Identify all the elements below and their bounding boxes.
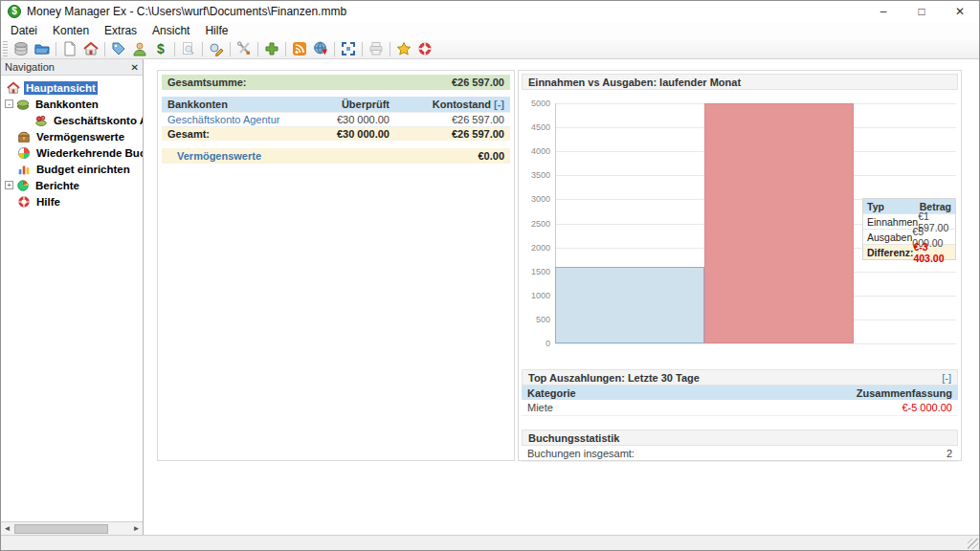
toolbar-separator [104,42,105,56]
y-axis-tick-label: 4000 [522,146,550,156]
resize-grip-icon[interactable] [968,539,978,549]
sidebar-item-label: Berichte [33,179,81,192]
statistics-header: Buchungsstatistik [522,430,958,446]
expenses-label: Ausgaben [867,231,912,243]
sidebar-item-wiederkehrende-buchungen[interactable]: Wiederkehrende Buchungen [1,144,143,161]
print-icon[interactable] [366,40,387,57]
y-axis-tick-label: 5000 [522,99,550,108]
collapse-accounts-link[interactable]: [-] [494,99,504,110]
statistics-title: Buchungsstatistik [528,432,619,444]
scroll-left-icon[interactable]: ◄ [1,524,13,533]
toolbar-separator [285,42,286,56]
account-link[interactable]: Geschäftskonto Agentur [167,114,279,125]
income-expenses-table: Typ Betrag Einnahmen €1 597.00 Ausgaben [862,198,956,260]
column-bankkonten: Bankkonten [167,99,284,110]
income-expenses-header: Einnahmen vs Ausgaben: laufender Monat [522,74,958,90]
new-file-icon[interactable] [59,40,80,57]
y-axis-tick-label: 3000 [522,194,550,204]
sidebar-item-label: Hauptansicht [24,81,98,95]
accounts-total-label: Gesamt: [167,128,284,140]
sidebar-item-label: Wiederkehrende Buchungen [34,146,143,160]
y-axis-tick-label: 1000 [522,291,550,300]
transactions-total-value: 2 [947,448,952,459]
scrollbar-thumb[interactable] [14,524,108,534]
help-icon [17,195,31,209]
menu-item-hilfe[interactable]: Hilfe [197,24,235,37]
y-axis-tick-label: 3500 [522,170,550,180]
menu-item-datei[interactable]: Datei [3,24,45,37]
fullscreen-icon[interactable] [338,40,359,57]
navigation-horizontal-scrollbar[interactable]: ◄ ► [1,521,143,535]
sidebar-item-geschäftskonto-agentur[interactable]: Geschäftskonto Agentur [1,112,143,128]
app-window: $ Money Manager Ex - C:\Users\wurf\Docum… [0,0,980,551]
dashboard-content: Gesamtsumme: €26 597.00 Bankkonten Überp… [144,59,979,535]
toolbar-separator [257,42,258,56]
menu-item-extras[interactable]: Extras [97,24,145,37]
web-download-icon[interactable] [310,40,331,57]
sidebar-item-label: Budget einrichten [34,163,132,176]
account-icon [34,114,48,127]
status-bar [1,535,979,550]
sidebar-item-hilfe[interactable]: Hilfe [1,193,143,209]
top-withdrawals-header: Top Auszahlungen: Letzte 30 Tage [-] [522,369,958,386]
column-typ: Typ [867,201,884,212]
navigation-tree: Hauptansicht-BankkontenGeschäftskonto Ag… [1,76,143,521]
account-row: Geschäftskonto Agentur €30 000.00 €26 59… [162,112,510,126]
sidebar-item-vermögenswerte[interactable]: Vermögenswerte [1,128,143,144]
favorites-icon[interactable] [393,40,414,57]
statistics-row: Buchungen insgesamt: 2 [522,446,958,462]
navigation-panel: Navigation ✕ Hauptansicht-BankkontenGesc… [1,59,144,535]
tag-icon[interactable] [108,40,129,57]
withdrawal-row: Miete €-5 000.00 [522,400,958,416]
add-icon[interactable] [261,40,282,57]
sidebar-item-label: Bankkonten [33,98,100,111]
withdrawals-columns-row: Kategorie Zusammenfassung [522,386,958,400]
collapse-withdrawals-link[interactable]: [-] [942,372,951,384]
search-icon[interactable] [178,40,199,57]
y-axis-tick-label: 500 [522,315,550,324]
toolbar: $ [1,39,979,59]
scroll-right-icon[interactable]: ► [130,524,143,533]
minimize-button[interactable]: – [864,1,902,22]
payee-icon[interactable] [129,40,150,57]
sidebar-item-berichte[interactable]: +Berichte [1,177,143,193]
y-axis-tick-label: 2000 [522,243,550,253]
account-reconciled-value: €30 000.00 [284,114,390,125]
edit-search-icon[interactable] [206,40,227,57]
database-icon[interactable] [11,40,32,57]
assets-row: Vermögenswerte €0.00 [162,148,510,164]
assets-value: €0.00 [478,150,504,162]
assets-icon [17,130,31,143]
sidebar-item-label: Vermögenswerte [34,130,126,143]
sidebar-item-budget-einrichten[interactable]: Budget einrichten [1,161,143,177]
expand-expander-icon[interactable]: + [5,181,13,189]
y-axis-tick-label: 1500 [522,267,550,276]
sidebar-item-bankkonten[interactable]: -Bankkonten [1,96,143,112]
app-icon: $ [8,5,21,18]
rss-icon[interactable] [289,40,310,57]
home-icon[interactable] [80,40,101,57]
open-folder-icon[interactable] [32,40,53,57]
home-icon [7,81,20,95]
withdrawal-category: Miete [527,402,553,413]
sidebar-item-label: Hilfe [34,195,62,209]
navigation-close-icon[interactable]: ✕ [131,62,139,73]
toolbar-grip[interactable] [3,41,8,56]
toolbar-separator [56,42,56,56]
sidebar-item-label: Geschäftskonto Agentur [52,114,143,127]
income-expenses-title: Einnahmen vs Ausgaben: laufender Monat [528,77,741,88]
toolbar-separator [230,42,231,56]
assets-link[interactable]: Vermögenswerte [177,150,261,162]
help-icon[interactable] [414,40,435,57]
close-button[interactable]: ✕ [941,1,979,22]
bank-accounts-table: Bankkonten Überprüft Kontostand [-] Gesc… [162,97,510,141]
collapse-expander-icon[interactable]: - [5,99,13,108]
chart-gridline [555,343,956,344]
tools-icon[interactable] [234,40,255,57]
maximize-button[interactable]: □ [902,1,941,22]
currency-icon[interactable]: $ [150,40,171,57]
sidebar-item-hauptansicht[interactable]: Hauptansicht [1,79,143,96]
recurring-icon [17,146,31,160]
menu-item-konten[interactable]: Konten [45,24,97,37]
menu-item-ansicht[interactable]: Ansicht [145,24,197,37]
